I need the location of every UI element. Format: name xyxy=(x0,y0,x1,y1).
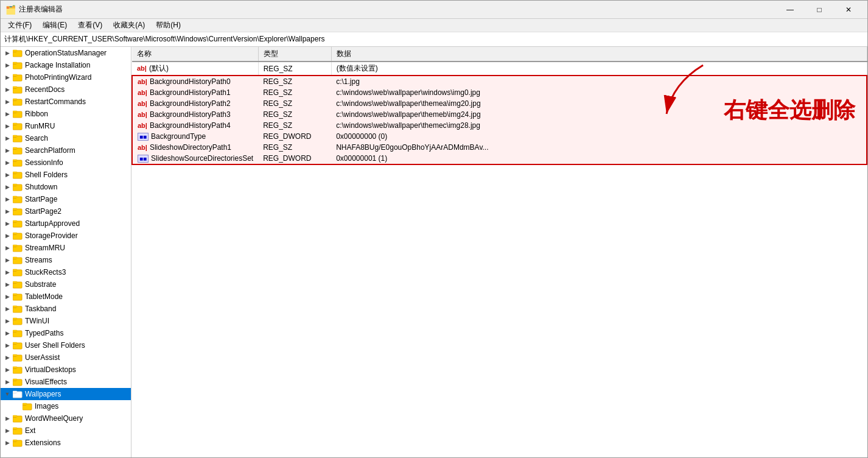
sidebar-item[interactable]: ▶ StreamMRU xyxy=(1,242,131,254)
sidebar-item[interactable]: ▶ SearchPlatform xyxy=(1,144,131,157)
table-row[interactable]: ab|BackgroundHistoryPath2REG_SZc:\window… xyxy=(132,98,867,109)
expand-icon[interactable]: ▶ xyxy=(3,158,12,167)
expand-icon[interactable]: ▶ xyxy=(3,365,12,374)
table-row[interactable]: ■■SlideshowSourceDirectoriesSetREG_DWORD… xyxy=(132,153,867,164)
title-bar-controls: — □ ✕ xyxy=(776,1,863,19)
expand-icon[interactable]: ▶ xyxy=(3,305,12,313)
expand-icon[interactable]: ▶ xyxy=(3,171,12,179)
sidebar-item[interactable]: ▶ StartPage2 xyxy=(1,205,131,217)
sidebar-item[interactable]: ▶ TabletMode xyxy=(1,291,131,303)
svg-rect-29 xyxy=(13,160,17,161)
sidebar-item[interactable]: ▶ TypedPaths xyxy=(1,327,131,339)
expand-icon[interactable]: ▶ xyxy=(3,341,12,350)
table-row[interactable]: ab|(默认)REG_SZ(数值未设置) xyxy=(132,62,867,76)
sidebar-item[interactable]: ▶ VirtualDesktops xyxy=(1,364,131,376)
sidebar-item-label: Substrate xyxy=(25,280,56,289)
expand-icon[interactable]: ▶ xyxy=(3,292,12,301)
expand-icon[interactable]: ▶ xyxy=(3,122,12,130)
sidebar-item[interactable]: ▶ StartPage xyxy=(1,193,131,205)
expand-icon[interactable]: ▶ xyxy=(3,317,12,325)
expand-icon[interactable]: ▶ xyxy=(3,439,12,447)
folder-icon xyxy=(13,438,23,448)
expand-icon[interactable]: ▶ xyxy=(3,73,12,82)
sidebar-item[interactable]: ▶ Extensions xyxy=(1,437,131,449)
expand-icon[interactable]: ▶ xyxy=(3,85,12,94)
table-row[interactable]: ab|BackgroundHistoryPath0REG_SZc:\1.jpg xyxy=(132,76,867,87)
sidebar-item[interactable]: ▶ RestartCommands xyxy=(1,96,131,108)
expand-icon[interactable]: ▶ xyxy=(3,110,12,118)
folder-icon xyxy=(13,280,23,289)
sidebar-item[interactable]: ▶ OperationStatusManager xyxy=(1,47,131,59)
menu-item[interactable]: 收藏夹(A) xyxy=(108,19,150,32)
sidebar-item[interactable]: ▶ StartupApproved xyxy=(1,217,131,230)
sidebar-item[interactable]: ▶ Ribbon xyxy=(1,108,131,120)
registry-table[interactable]: 名称 类型 数据 ab|(默认)REG_SZ(数值未设置)ab|Backgrou… xyxy=(131,47,867,457)
expand-icon[interactable]: ▶ xyxy=(3,61,12,69)
expand-icon[interactable]: ▶ xyxy=(3,134,12,143)
expand-icon[interactable]: ▶ xyxy=(3,414,12,423)
svg-rect-59 xyxy=(13,281,17,283)
menu-item[interactable]: 编辑(E) xyxy=(38,19,72,32)
expand-icon[interactable]: ▶ xyxy=(3,49,12,57)
expand-icon[interactable] xyxy=(13,402,21,410)
sidebar-item[interactable]: ▶ Shutdown xyxy=(1,181,131,193)
sidebar-item-label: VisualEffects xyxy=(25,378,67,386)
maximize-button[interactable]: □ xyxy=(805,1,833,19)
sidebar-item[interactable]: ▶ Shell Folders xyxy=(1,169,131,181)
expand-icon[interactable]: ▶ xyxy=(3,146,12,155)
expand-icon[interactable]: ▶ xyxy=(3,231,12,240)
sidebar-item-label: WordWheelQuery xyxy=(25,414,83,423)
expand-icon[interactable]: ▶ xyxy=(3,207,12,216)
expand-icon[interactable]: ▶ xyxy=(3,280,12,289)
table-row[interactable]: ab|BackgroundHistoryPath4REG_SZc:\window… xyxy=(132,120,867,131)
sidebar-item[interactable]: ▶ Package Installation xyxy=(1,59,131,71)
expand-icon[interactable]: ▶ xyxy=(3,426,12,435)
expand-icon[interactable]: ▶ xyxy=(3,256,12,264)
sidebar-item[interactable]: ▶ VisualEffects xyxy=(1,376,131,388)
menu-item[interactable]: 查看(V) xyxy=(73,19,107,32)
sidebar-item[interactable]: ▶ UserAssist xyxy=(1,351,131,364)
cell-name: ab|BackgroundHistoryPath0 xyxy=(132,76,258,87)
sidebar-item[interactable]: ▶ TWinUI xyxy=(1,315,131,327)
sidebar-item[interactable]: ▶ Substrate xyxy=(1,278,131,291)
expand-icon[interactable]: ▶ xyxy=(3,195,12,203)
table-row[interactable]: ab|BackgroundHistoryPath1REG_SZc:\window… xyxy=(132,87,867,98)
sidebar[interactable]: ▶ OperationStatusManager▶ Package Instal… xyxy=(1,47,131,457)
sidebar-item-label: Extensions xyxy=(25,439,61,447)
expand-icon[interactable]: ▶ xyxy=(3,378,12,386)
menu-item[interactable]: 文件(F) xyxy=(3,19,37,32)
cell-type: REG_DWORD xyxy=(258,131,331,142)
sidebar-item[interactable]: ▶ RecentDocs xyxy=(1,83,131,96)
sidebar-item[interactable]: Images xyxy=(1,400,131,412)
sidebar-item[interactable]: ▶ Search xyxy=(1,132,131,144)
expand-icon[interactable]: ▶ xyxy=(3,219,12,228)
menu-item[interactable]: 帮助(H) xyxy=(151,19,186,32)
sidebar-item[interactable]: ▶ User Shell Folders xyxy=(1,339,131,351)
sidebar-item[interactable]: ▶ StorageProvider xyxy=(1,230,131,242)
expand-icon[interactable]: ▼ xyxy=(3,390,12,398)
expand-icon[interactable]: ▶ xyxy=(3,183,12,191)
table-row[interactable]: ■■BackgroundTypeREG_DWORD0x00000000 (0) xyxy=(132,131,867,142)
minimize-button[interactable]: — xyxy=(776,1,804,19)
expand-icon[interactable]: ▶ xyxy=(3,353,12,362)
sidebar-item[interactable]: ▶ PhotoPrintingWizard xyxy=(1,71,131,83)
table-row[interactable]: ab|SlideshowDirectoryPath1REG_SZNHAFA8BU… xyxy=(132,142,867,153)
close-button[interactable]: ✕ xyxy=(835,1,863,19)
svg-rect-86 xyxy=(13,391,17,393)
icon-ab: ab| xyxy=(138,122,147,129)
sidebar-item[interactable]: ▶ SessionInfo xyxy=(1,157,131,169)
sidebar-item[interactable]: ▶ Ext xyxy=(1,425,131,437)
sidebar-item[interactable]: ▶ Taskband xyxy=(1,303,131,315)
sidebar-item[interactable]: ▼ Wallpapers xyxy=(1,388,131,400)
expand-icon[interactable]: ▶ xyxy=(3,244,12,252)
sidebar-item[interactable]: ▶ StuckRects3 xyxy=(1,266,131,278)
sidebar-item-label: OperationStatusManager xyxy=(25,49,107,57)
sidebar-item[interactable]: ▶ Streams xyxy=(1,254,131,266)
icon-ab: ab| xyxy=(138,144,147,151)
expand-icon[interactable]: ▶ xyxy=(3,268,12,277)
sidebar-item[interactable]: ▶ RunMRU xyxy=(1,120,131,132)
expand-icon[interactable]: ▶ xyxy=(3,97,12,106)
sidebar-item[interactable]: ▶ WordWheelQuery xyxy=(1,412,131,425)
table-row[interactable]: ab|BackgroundHistoryPath3REG_SZc:\window… xyxy=(132,109,867,120)
expand-icon[interactable]: ▶ xyxy=(3,329,12,337)
